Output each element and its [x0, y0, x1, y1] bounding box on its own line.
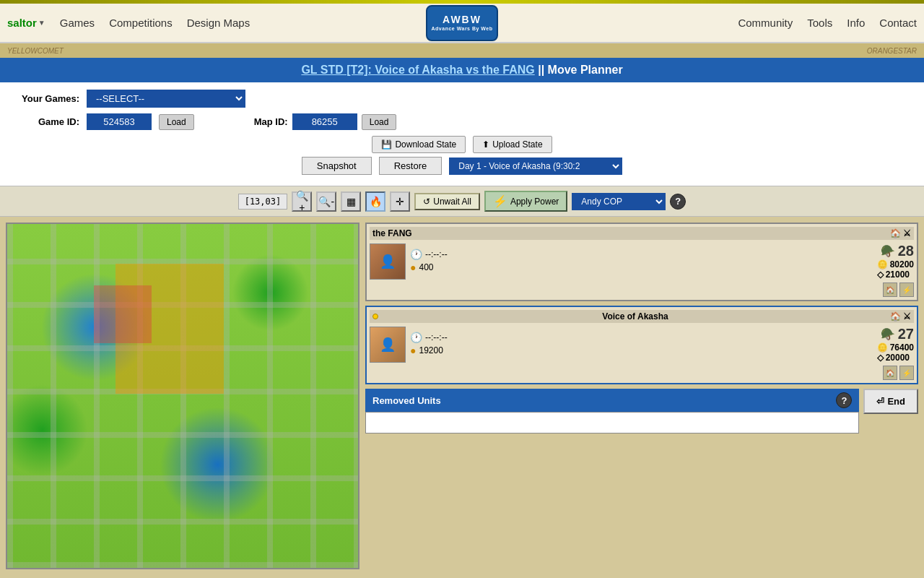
fang-coin-row: ● 400	[410, 262, 873, 273]
game-load-button[interactable]: Load	[159, 114, 194, 130]
co-select[interactable]: Andy COP	[572, 193, 666, 210]
your-games-select[interactable]: --SELECT--	[87, 90, 245, 108]
ids-row: Game ID: Load Map ID: Load	[14, 113, 910, 130]
site-logo[interactable]: AWBW Advance Wars By Web	[426, 5, 498, 41]
soldier-icon2: 🪖	[881, 327, 895, 341]
grid-icon: ▦	[346, 196, 356, 207]
grid-toggle-button[interactable]: ▦	[341, 191, 361, 212]
crosshair-icon: ✛	[396, 196, 404, 207]
game-id-input[interactable]	[87, 113, 152, 130]
map-load-button[interactable]: Load	[362, 114, 397, 130]
fire-button[interactable]: 🔥	[365, 191, 385, 212]
your-games-label: Your Games:	[14, 93, 79, 104]
player-fang-name: the FANG	[372, 228, 412, 238]
akasha-ammo-row: ◇ 20000	[877, 353, 914, 363]
map-id-label: Map ID:	[223, 116, 288, 127]
removed-units-bar: Removed Units ?	[365, 389, 859, 412]
nav-links-right: Community Tools Info Contact	[738, 17, 917, 29]
logo-text: AWBW	[432, 14, 493, 26]
game-title-link[interactable]: GL STD [T2]: Voice of Akasha vs the FANG	[301, 64, 534, 76]
user-menu[interactable]: saltor ▼	[7, 17, 45, 29]
coordinates-display: [13,03]	[238, 194, 288, 210]
navbar-left: saltor ▼	[7, 17, 45, 29]
floppy-icon: 💾	[381, 139, 392, 150]
fang-time-row: 🕐 --:--:--	[410, 249, 873, 260]
player-akasha-card: Voice of Akasha 🏠 ⚔ 👤 🕐 --:--:-- ●	[365, 306, 918, 384]
user-dropdown-arrow: ▼	[38, 19, 45, 27]
akasha-footer-icon2[interactable]: ⚡	[899, 366, 914, 380]
map-container[interactable]	[6, 223, 359, 569]
map-grid-overlay	[7, 224, 358, 568]
end-turn-button[interactable]: ⏎ End	[863, 389, 918, 414]
akasha-money-row: 🪙 76400	[877, 342, 914, 353]
help-button[interactable]: ?	[670, 194, 686, 210]
apply-power-label: Apply Power	[510, 197, 559, 207]
nav-tools[interactable]: Tools	[807, 17, 832, 29]
akasha-avatar-img: 👤	[370, 327, 405, 363]
player-fang-avatar: 👤	[370, 243, 406, 280]
day-select[interactable]: Day 1 - Voice of Akasha (9:30:2	[449, 158, 622, 175]
upload-state-button[interactable]: ⬆ Upload State	[473, 136, 552, 153]
removed-units-content	[365, 412, 859, 434]
player-fang-body: 👤 🕐 --:--:-- ● 400 🪖 28	[370, 243, 914, 280]
fang-footer-icon2[interactable]: ⚡	[899, 282, 914, 297]
fang-money: 80200	[890, 259, 914, 269]
player-fang-right: 🪖 28 🪙 80200 ◇ 21000	[877, 243, 914, 280]
coin-icon: ●	[410, 262, 416, 273]
player-akasha-stats: 🕐 --:--:-- ● 19200	[410, 332, 873, 358]
fang-icon2: ⚔	[903, 228, 911, 238]
user-link[interactable]: saltor	[7, 17, 37, 29]
download-state-button[interactable]: 💾 Download State	[372, 136, 466, 153]
zoom-in-button[interactable]: 🔍+	[292, 191, 312, 212]
fang-footer-icon1[interactable]: 🏠	[883, 282, 897, 297]
page-title-bar: GL STD [T2]: Voice of Akasha vs the FANG…	[0, 58, 924, 82]
fire-icon: 🔥	[370, 196, 382, 207]
player-akasha-right: 🪖 27 🪙 76400 ◇ 20000	[877, 326, 914, 363]
unwait-all-button[interactable]: ↺ Unwait All	[414, 193, 480, 210]
player-fang-icons: 🏠 ⚔	[890, 228, 911, 238]
page-title-suffix: || Move Planner	[538, 64, 622, 76]
restore-button[interactable]: Restore	[379, 157, 443, 175]
your-games-row: Your Games: --SELECT--	[14, 90, 910, 108]
nav-community[interactable]: Community	[738, 17, 793, 29]
akasha-footer-icon1[interactable]: 🏠	[883, 366, 897, 380]
map-id-section: Map ID: Load	[223, 113, 397, 130]
apply-power-button[interactable]: ⚡ Apply Power	[484, 191, 567, 212]
upload-state-label: Upload State	[492, 139, 542, 150]
player-akasha-avatar: 👤	[370, 327, 406, 363]
world-stripe: YELLOWCOMET ORANGESTAR	[0, 43, 924, 58]
world-label-right: ORANGESTAR	[867, 47, 917, 55]
snapshot-row: Snapshot Restore Day 1 - Voice of Akasha…	[14, 157, 910, 175]
fang-icon1: 🏠	[890, 228, 901, 238]
clock-icon: 🕐	[410, 249, 422, 260]
fang-property: 400	[419, 262, 433, 272]
snapshot-button[interactable]: Snapshot	[302, 157, 372, 175]
akasha-icon2: ⚔	[903, 311, 911, 322]
player-akasha-body: 👤 🕐 --:--:-- ● 19200 🪖 27	[370, 326, 914, 363]
upload-icon: ⬆	[482, 139, 489, 150]
zoom-out-button[interactable]: 🔍-	[316, 191, 336, 212]
crosshair-button[interactable]: ✛	[390, 191, 410, 212]
fang-ammo-row: ◇ 21000	[877, 269, 914, 280]
main-content: the FANG 🏠 ⚔ 👤 🕐 --:--:-- ●	[0, 217, 924, 575]
nav-games[interactable]: Games	[60, 17, 95, 29]
nav-competitions[interactable]: Competitions	[109, 17, 173, 29]
nav-info[interactable]: Info	[847, 17, 865, 29]
map-id-input[interactable]	[292, 113, 357, 130]
clock-icon2: 🕐	[410, 332, 422, 343]
nav-contact[interactable]: Contact	[879, 17, 917, 29]
player-akasha-icons: 🏠 ⚔	[890, 311, 911, 322]
fang-time: --:--:--	[425, 249, 448, 259]
navbar: saltor ▼ Games Competitions Design Maps …	[0, 4, 924, 43]
nav-design-maps[interactable]: Design Maps	[187, 17, 250, 29]
bottom-row: Removed Units ? ⏎ End	[365, 389, 918, 434]
player-fang-stats: 🕐 --:--:-- ● 400	[410, 249, 873, 275]
akasha-ammo: 20000	[886, 353, 910, 363]
nav-links-left: Games Competitions Design Maps	[60, 17, 250, 29]
zoom-in-icon: 🔍+	[296, 190, 308, 213]
logo-container: AWBW Advance Wars By Web	[426, 5, 498, 41]
akasha-unit-count: 🪖 27	[877, 326, 914, 342]
removed-units-help[interactable]: ?	[836, 392, 852, 408]
fang-money-row: 🪙 80200	[877, 259, 914, 269]
end-icon: ⏎	[876, 396, 884, 407]
